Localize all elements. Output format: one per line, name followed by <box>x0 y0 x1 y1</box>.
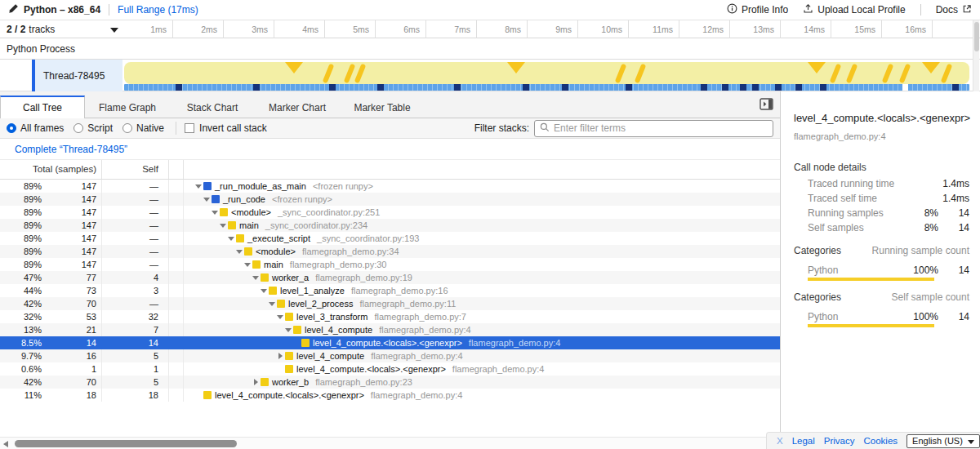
function-file: flamegraph_demo.py:4 <box>469 338 561 348</box>
radio-native[interactable]: Native <box>122 122 164 134</box>
expand-arrow-icon[interactable] <box>243 263 252 267</box>
category-icon-yellow <box>261 378 269 386</box>
table-row[interactable]: 89%147—_run_module_as_main<frozen runpy> <box>0 180 780 193</box>
expand-arrow-icon[interactable] <box>210 211 220 215</box>
marker-track[interactable] <box>124 62 969 84</box>
cell-function: level_4_computeflamegraph_demo.py:4 <box>184 349 780 362</box>
invert-call-stack-checkbox[interactable]: Invert call stack <box>185 122 267 134</box>
function-name: level_1_analyze <box>280 286 345 296</box>
expand-arrow-icon[interactable] <box>267 302 277 306</box>
column-header-self[interactable]: Self <box>102 160 169 179</box>
cell-total-percent: 32% <box>0 310 45 323</box>
category-percent: 100% <box>904 311 938 322</box>
cell-total-samples: 21 <box>45 323 102 336</box>
table-row[interactable]: 89%147—main_sync_coordinator.py:234 <box>0 219 780 232</box>
expand-arrow-icon[interactable] <box>275 353 285 359</box>
category-icon-yellow <box>269 287 277 295</box>
expand-arrow-icon[interactable] <box>283 328 293 332</box>
tab-flame-graph[interactable]: Flame Graph <box>85 96 170 118</box>
table-row[interactable]: 0.6%11level_4_compute.<locals>.<genexpr>… <box>0 362 780 376</box>
expand-arrow-icon[interactable] <box>259 289 269 293</box>
table-row[interactable]: 13%217level_4_computeflamegraph_demo.py:… <box>0 323 780 336</box>
category-label: Python <box>808 311 904 322</box>
cell-category <box>169 245 184 258</box>
expand-arrow-icon[interactable] <box>275 315 285 319</box>
filter-stacks-input[interactable] <box>554 122 768 134</box>
table-row[interactable]: 44%733level_1_analyzeflamegraph_demo.py:… <box>0 284 780 297</box>
expand-arrow-icon[interactable] <box>226 237 236 241</box>
expand-arrow-icon[interactable] <box>251 379 261 385</box>
upload-profile-button[interactable]: Upload Local Profile <box>803 3 905 16</box>
ruler-tick: 3ms <box>224 20 274 38</box>
ruler-tick: 1ms <box>122 20 173 38</box>
table-row[interactable]: 89%147—_execute_script_sync_coordinator.… <box>0 232 780 245</box>
table-row[interactable]: 32%5332level_3_transformflamegraph_demo.… <box>0 310 780 323</box>
scroll-left-arrow-icon[interactable] <box>3 441 8 447</box>
thread-track-row[interactable]: Thread-78495 <box>0 60 980 91</box>
footer-link-cookies[interactable]: Cookies <box>864 436 898 446</box>
expand-arrow-icon[interactable] <box>234 250 244 254</box>
cell-category <box>169 232 184 245</box>
radio-label: Native <box>136 122 164 134</box>
sample-dark-segment <box>562 84 568 91</box>
expand-arrow-icon[interactable] <box>218 224 228 228</box>
full-range-link[interactable]: Full Range (17ms) <box>118 4 198 16</box>
process-track-header[interactable]: Python Process <box>0 38 980 60</box>
sidebar-detail-row: Traced self time1.4ms <box>781 191 980 206</box>
docs-link[interactable]: Docs <box>936 4 972 16</box>
cell-total-percent: 9.7% <box>0 349 45 362</box>
table-row[interactable]: 42%705worker_bflamegraph_demo.py:23 <box>0 376 780 389</box>
function-file: flamegraph_demo.py:4 <box>379 325 471 335</box>
table-row[interactable]: 9.7%165level_4_computeflamegraph_demo.py… <box>0 349 780 362</box>
thread-track-canvas[interactable] <box>122 60 972 91</box>
ruler-tick: 15ms <box>831 20 882 38</box>
tab-marker-table[interactable]: Marker Table <box>340 96 425 118</box>
expand-arrow-icon[interactable] <box>194 184 203 189</box>
cell-category <box>169 376 184 389</box>
table-row[interactable]: 89%147—<module>_sync_coordinator.py:251 <box>0 206 780 219</box>
expand-arrow-icon[interactable] <box>202 198 212 202</box>
cell-total-percent: 89% <box>0 232 45 245</box>
tab-call-tree[interactable]: Call Tree <box>0 96 85 118</box>
ruler-tick: 4ms <box>274 20 325 38</box>
triangle-down <box>261 289 267 293</box>
edit-pencil-icon[interactable] <box>8 3 19 16</box>
radio-script[interactable]: Script <box>74 122 113 134</box>
table-row[interactable]: 89%147—_run_code<frozen runpy> <box>0 193 780 206</box>
table-row[interactable]: 42%70—level_2_processflamegraph_demo.py:… <box>0 297 780 310</box>
thread-track-label[interactable]: Thread-78495 <box>35 60 122 91</box>
cell-total-percent: 89% <box>0 206 45 219</box>
footer-link-x[interactable]: X <box>777 436 783 446</box>
category-bar <box>808 278 934 281</box>
triangle-down <box>252 276 259 280</box>
table-row[interactable]: 89%147—<module>flamegraph_demo.py:34 <box>0 245 780 258</box>
table-row[interactable]: 89%147—mainflamegraph_demo.py:30 <box>0 258 780 271</box>
table-row[interactable]: 47%774worker_aflamegraph_demo.py:19 <box>0 271 780 284</box>
cell-function: level_4_compute.<locals>.<genexpr>flameg… <box>184 389 780 402</box>
tracks-dropdown[interactable]: 2 / 2 tracks <box>7 20 121 38</box>
vertical-scroll-thumb[interactable] <box>974 22 979 51</box>
function-file: <frozen runpy> <box>313 181 373 191</box>
footer-link-legal[interactable]: Legal <box>792 436 815 446</box>
detail-value: 14 <box>938 222 969 233</box>
sidebar-toggle-button[interactable] <box>758 96 774 111</box>
timeline-vertical-scrollbar[interactable] <box>973 20 979 96</box>
language-select[interactable]: English (US) <box>906 434 980 448</box>
tab-stack-chart[interactable]: Stack Chart <box>170 96 255 118</box>
table-row[interactable]: 8.5%1414level_4_compute.<locals>.<genexp… <box>0 336 780 349</box>
table-row[interactable]: 11%1818level_4_compute.<locals>.<genexpr… <box>0 389 780 402</box>
footer-link-privacy[interactable]: Privacy <box>824 436 855 446</box>
cell-self: 18 <box>102 389 169 402</box>
horizontal-scrollbar[interactable] <box>0 437 780 449</box>
time-ruler: 1ms2ms3ms4ms5ms6ms7ms8ms9ms10ms11ms12ms1… <box>122 20 972 38</box>
profile-info-button[interactable]: Profile Info <box>727 3 788 16</box>
column-header-total[interactable]: Total (samples) <box>0 160 102 179</box>
marker-triangle-icon <box>285 62 303 73</box>
radio-all-frames[interactable]: All frames <box>7 122 64 134</box>
tab-marker-chart[interactable]: Marker Chart <box>255 96 340 118</box>
breadcrumb[interactable]: Complete “Thread-78495” <box>15 144 127 155</box>
function-file: flamegraph_demo.py:11 <box>360 299 457 309</box>
expand-arrow-icon[interactable] <box>251 276 261 280</box>
horizontal-scroll-thumb[interactable] <box>15 440 237 447</box>
sample-track[interactable] <box>124 84 969 91</box>
